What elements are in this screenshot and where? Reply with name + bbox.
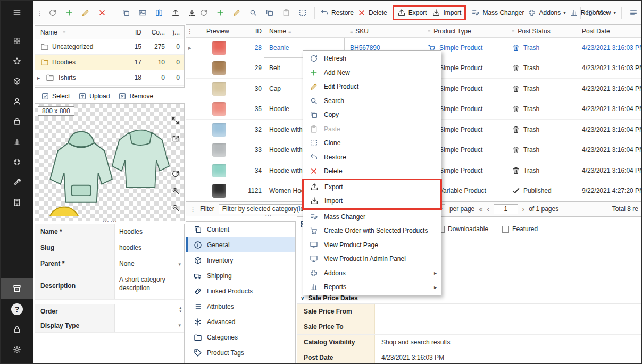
downloadable-checkbox[interactable]: Downloadable	[438, 225, 488, 233]
column-header-date[interactable]: Post Date	[578, 28, 641, 35]
sale-price-to-field[interactable]	[375, 319, 641, 334]
menu-item-view-product-admin[interactable]: View Product in Admin Panel	[303, 252, 441, 266]
category-row-hoodies-selected[interactable]: Hoodies 17 10 0	[35, 55, 184, 70]
product-add-button[interactable]	[214, 6, 227, 19]
addons-dropdown-button[interactable]: Addons▾	[528, 9, 565, 17]
sidebar-item-company[interactable]	[1, 192, 33, 213]
tab-categories[interactable]: Categories	[186, 329, 295, 345]
menu-item-reports[interactable]: Reports▸	[303, 280, 441, 294]
menu-item-create-order[interactable]: Create Order with Selected Products	[303, 224, 441, 238]
catalog-visibility-field[interactable]: Shop and search results	[375, 335, 641, 350]
menu-item-mass-changer[interactable]: Mass Changer	[303, 210, 441, 224]
sidebar-item-addons[interactable]	[1, 152, 33, 172]
tab-general-selected[interactable]: General	[186, 237, 295, 252]
menu-item-import[interactable]: Import	[304, 194, 440, 208]
category-add-button[interactable]	[63, 6, 76, 19]
product-edit-button[interactable]	[230, 6, 243, 19]
sidebar-item-orders[interactable]	[1, 71, 33, 91]
mass-changer-button[interactable]: Mass Changer	[471, 9, 524, 17]
image-zoom-in-button[interactable]	[169, 184, 182, 197]
sidebar-item-purchases[interactable]	[1, 112, 33, 132]
category-refresh-button[interactable]	[46, 6, 59, 19]
sidebar-item-lock[interactable]	[1, 319, 33, 340]
category-row-tshirts[interactable]: ▸Tshirts 18 0 0	[35, 70, 184, 86]
menu-item-copy[interactable]: Copy	[303, 108, 441, 122]
view-dropdown-button[interactable]: View▾	[586, 9, 616, 17]
display-type-select[interactable]: ▾	[115, 318, 184, 332]
sidebar-item-customers[interactable]	[1, 91, 33, 112]
sale-price-from-field[interactable]	[375, 304, 641, 319]
import-button[interactable]: Import	[432, 9, 461, 17]
name-field[interactable]: Hoodies	[115, 224, 184, 240]
select-image-button[interactable]: Select	[41, 92, 70, 100]
sidebar-item-store[interactable]	[1, 31, 33, 51]
menu-item-export[interactable]: Export	[304, 180, 440, 194]
image-zoom-out-button[interactable]	[169, 201, 182, 214]
product-refresh-button[interactable]	[197, 6, 210, 19]
tab-shipping[interactable]: Shipping	[186, 268, 295, 283]
column-header-count[interactable]: Co...	[145, 29, 168, 36]
menu-item-paste-disabled[interactable]: Paste	[303, 122, 441, 137]
first-page-button[interactable]: «	[479, 205, 482, 213]
description-field[interactable]: A short category description	[115, 272, 184, 299]
slug-field[interactable]: hoodies	[115, 240, 184, 256]
column-header-id[interactable]: ID	[126, 29, 145, 36]
category-export-button[interactable]	[169, 6, 182, 19]
page-number-input[interactable]: 1	[494, 204, 518, 214]
product-search-button[interactable]	[247, 6, 260, 19]
toolbar-grip-handle[interactable]: ⋮	[36, 9, 43, 17]
category-compare-button[interactable]	[153, 6, 165, 19]
bar-grip-handle[interactable]: ⋮	[189, 205, 196, 213]
prev-page-button[interactable]: ‹	[487, 205, 489, 213]
upload-image-button[interactable]: Upload	[78, 92, 110, 100]
menu-item-restore[interactable]: Restore	[303, 150, 441, 165]
toolbar-grip-handle[interactable]: ⋮	[187, 9, 194, 17]
menu-item-clone[interactable]: Clone	[303, 136, 441, 150]
tab-attributes[interactable]: Attributes	[186, 299, 295, 314]
product-copy-button[interactable]	[263, 6, 276, 19]
tab-content[interactable]: Content	[186, 222, 295, 237]
restore-button[interactable]: Restore	[320, 9, 354, 17]
export-button[interactable]: Export	[397, 9, 427, 17]
image-fullscreen-button[interactable]	[169, 114, 182, 127]
parent-select[interactable]: None▾	[115, 256, 184, 272]
next-page-button[interactable]: ›	[522, 205, 524, 213]
menu-item-add-new[interactable]: Add New	[303, 66, 441, 80]
grid-grip[interactable]: ⋮	[186, 28, 194, 35]
category-image-button[interactable]	[136, 6, 149, 19]
image-rotate-button[interactable]	[169, 167, 182, 180]
menu-item-search[interactable]: Search	[303, 94, 441, 108]
post-date-field[interactable]: 4/23/2021 3:16:03 PM	[375, 350, 641, 364]
column-header-sku[interactable]: ≡SKU	[345, 28, 423, 35]
category-edit-button[interactable]	[79, 6, 92, 19]
sidebar-item-favorites[interactable]	[1, 51, 33, 71]
category-row-uncategorized[interactable]: Uncategorized 15 275 0	[35, 39, 184, 55]
hamburger-menu-button[interactable]	[1, 1, 33, 24]
menu-item-refresh[interactable]: Refresh	[303, 52, 441, 66]
sidebar-item-catalog-selected[interactable]	[1, 278, 33, 299]
sidebar-item-statistics[interactable]	[1, 132, 33, 152]
column-header-status[interactable]: ≡Post Status	[507, 28, 578, 35]
sidebar-item-tools[interactable]	[1, 172, 33, 192]
horizontal-splitter-handle[interactable]: ⋯⋯	[102, 217, 118, 225]
menu-item-delete[interactable]: Delete	[303, 164, 441, 179]
sidebar-item-settings[interactable]	[1, 340, 33, 360]
splitter-dots[interactable]: ⋯	[265, 211, 272, 219]
menu-item-edit-product[interactable]: Edit Product	[303, 80, 441, 94]
column-header-preview[interactable]: Preview	[194, 28, 245, 35]
tab-advanced[interactable]: Advanced	[186, 314, 295, 329]
sidebar-item-help[interactable]: ?	[1, 299, 33, 319]
column-header-extra[interactable]: )...	[168, 29, 184, 36]
layout-lines-button[interactable]	[627, 6, 640, 19]
category-delete-button[interactable]	[96, 6, 109, 19]
remove-image-button[interactable]: Remove	[118, 92, 153, 100]
tab-inventory[interactable]: Inventory	[186, 252, 295, 268]
product-clone-button[interactable]	[296, 6, 309, 19]
column-header-id[interactable]: ID	[245, 28, 264, 35]
column-header-type[interactable]: ≡Product Type	[423, 28, 507, 35]
image-open-external-button[interactable]	[169, 132, 182, 145]
column-header-name[interactable]: Name≡	[264, 28, 345, 35]
menu-item-addons[interactable]: Addons▸	[303, 266, 441, 281]
category-copy-button[interactable]	[120, 6, 132, 19]
column-header-name[interactable]: Name≡	[35, 29, 126, 36]
